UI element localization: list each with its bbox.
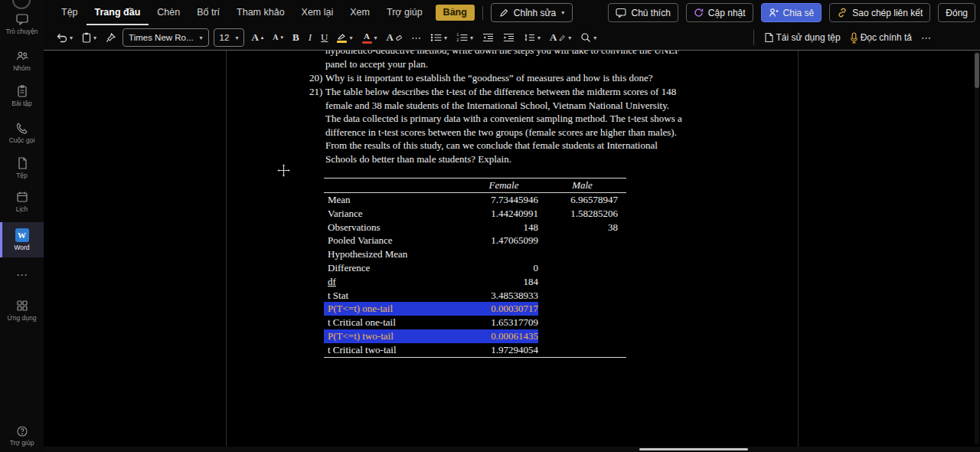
- table-row[interactable]: Hypothesized Mean: [324, 247, 626, 261]
- bold-button[interactable]: B: [289, 28, 302, 47]
- find-button[interactable]: ▾: [577, 28, 599, 47]
- table-cell-male[interactable]: [538, 343, 626, 357]
- more-toolbar-button[interactable]: ⋯: [918, 28, 934, 47]
- grow-font-button[interactable]: A▴: [248, 28, 266, 47]
- tab-table-contextual[interactable]: Bảng: [436, 5, 475, 21]
- sidebar-item-word[interactable]: W Word: [0, 222, 44, 257]
- question-21-line[interactable]: The data collected is primary data with …: [325, 113, 682, 125]
- highlight-color-button[interactable]: ▾: [334, 28, 355, 47]
- table-cell-male[interactable]: 38: [538, 221, 626, 234]
- table-cell-female[interactable]: [469, 247, 538, 261]
- table-row-selected[interactable]: P(T<=t) one-tail 0.00030717: [324, 302, 626, 316]
- table-row[interactable]: Variance 1.44240991 1.58285206: [324, 207, 626, 221]
- table-cell-label[interactable]: t Stat: [324, 289, 469, 303]
- more-formatting-button[interactable]: ⋯: [408, 28, 424, 47]
- table-move-handle[interactable]: [277, 164, 290, 177]
- copy-link-button[interactable]: Sao chép liên kết: [829, 3, 930, 22]
- question-21-line[interactable]: female and 38 male students of the Inter…: [325, 100, 669, 112]
- table-row[interactable]: Mean 7.73445946 6.96578947: [324, 193, 626, 207]
- table-cell-female[interactable]: 7.73445946: [469, 193, 538, 207]
- tab-home[interactable]: Trang đầu: [87, 0, 149, 25]
- document-canvas[interactable]: hypothetico-deductive method, write down…: [44, 51, 980, 447]
- clear-formatting-button[interactable]: A: [384, 28, 405, 47]
- sidebar-item-assignments[interactable]: Bài tập: [0, 78, 44, 113]
- table-row[interactable]: Pooled Variance 1.47065099: [324, 234, 626, 247]
- tab-file[interactable]: Tệp: [53, 0, 87, 25]
- table-cell-label[interactable]: t Critical one-tail: [324, 316, 469, 329]
- table-row-selected[interactable]: P(T<=t) two-tail 0.00061435: [324, 329, 626, 343]
- table-cell-male[interactable]: [538, 289, 626, 303]
- update-button[interactable]: Cập nhật: [686, 3, 753, 22]
- comments-button[interactable]: Chú thích: [608, 3, 678, 22]
- table-cell-female[interactable]: 3.48538933: [469, 289, 538, 303]
- table-cell-male[interactable]: 6.96578947: [538, 193, 626, 207]
- font-color-button[interactable]: A ▾: [359, 28, 381, 47]
- sidebar-item-help[interactable]: Trợ giúp: [0, 418, 44, 452]
- reuse-files-button[interactable]: Tái sử dụng tệp: [761, 28, 844, 47]
- table-row[interactable]: t Stat 3.48538933: [324, 289, 626, 303]
- table-row[interactable]: t Critical one-tail 1.65317709: [324, 316, 626, 329]
- close-button[interactable]: Đóng: [938, 3, 975, 22]
- sidebar-item-files[interactable]: Tệp: [0, 150, 44, 185]
- dictate-button[interactable]: Đọc chính tả: [847, 28, 915, 47]
- table-cell-label[interactable]: Observations: [324, 221, 469, 234]
- tab-insert[interactable]: Chèn: [149, 0, 188, 25]
- paragraph-line[interactable]: panel to accept your plan.: [325, 58, 428, 70]
- shrink-font-button[interactable]: A▾: [270, 28, 286, 47]
- table-row[interactable]: t Critical two-tail 1.97294054: [324, 343, 626, 357]
- table-cell-male[interactable]: [538, 261, 626, 275]
- table-cell-label[interactable]: Hypothesized Mean: [324, 247, 469, 261]
- sidebar-item-calendar[interactable]: Lịch: [0, 184, 44, 219]
- table-cell-label[interactable]: df: [324, 275, 469, 289]
- sidebar-item-teams[interactable]: Nhóm: [0, 43, 44, 78]
- sidebar-item-more[interactable]: ⋯: [0, 264, 44, 287]
- table-cell-male[interactable]: [538, 275, 626, 289]
- vertical-scrollbar[interactable]: [975, 52, 979, 444]
- table-cell-female[interactable]: 1.47065099: [469, 234, 538, 247]
- table-cell-female[interactable]: 0: [469, 261, 538, 275]
- horizontal-scrollbar-thumb[interactable]: [639, 448, 748, 450]
- table-cell-male[interactable]: [538, 302, 626, 316]
- tab-references[interactable]: Tham khảo: [228, 0, 293, 25]
- tab-layout[interactable]: Bố trí: [188, 0, 228, 25]
- table-cell-female[interactable]: 148: [469, 221, 538, 234]
- table-cell-label[interactable]: Difference: [324, 261, 469, 275]
- font-name-combo[interactable]: Times New Ro... ▾: [122, 28, 209, 47]
- list-number-21[interactable]: 21): [309, 86, 322, 98]
- table-cell-female[interactable]: 0.00061435: [469, 329, 538, 343]
- table-row[interactable]: df 184: [324, 275, 626, 289]
- question-21-line[interactable]: Schools do better than male students? Ex…: [325, 153, 511, 165]
- table-header-female[interactable]: Female: [469, 179, 538, 192]
- list-number-20[interactable]: 20): [309, 72, 322, 84]
- ttest-table[interactable]: Female Male Mean 7.73445946 6.96578947 V…: [324, 178, 626, 358]
- sidebar-item-chat[interactable]: Trò chuyện: [0, 6, 44, 41]
- bullet-list-button[interactable]: ▾: [427, 28, 450, 47]
- table-row[interactable]: Observations 148 38: [324, 221, 626, 234]
- question-21-line[interactable]: difference in t-test scores between the …: [325, 126, 677, 139]
- table-cell-male[interactable]: 1.58285206: [538, 207, 626, 221]
- line-spacing-button[interactable]: ▾: [521, 28, 544, 47]
- tab-view[interactable]: Xem: [341, 0, 378, 25]
- table-cell-male[interactable]: [538, 329, 626, 343]
- question-20-text[interactable]: Why is it important to establish the “go…: [325, 72, 652, 84]
- numbered-list-button[interactable]: 12 ▾: [453, 28, 476, 47]
- table-cell-label[interactable]: Pooled Variance: [324, 234, 469, 247]
- table-row[interactable]: Difference 0: [324, 261, 626, 275]
- table-cell-label[interactable]: t Critical two-tail: [324, 343, 469, 357]
- table-cell-female[interactable]: 1.44240991: [469, 207, 538, 221]
- increase-indent-button[interactable]: [500, 28, 518, 47]
- undo-button[interactable]: ▾: [53, 28, 76, 47]
- table-cell-female[interactable]: 184: [469, 275, 538, 289]
- table-cell-label[interactable]: Mean: [324, 193, 469, 207]
- sidebar-item-apps[interactable]: Ứng dụng: [0, 293, 44, 328]
- format-painter-button[interactable]: [103, 28, 119, 47]
- horizontal-scrollbar[interactable]: [44, 447, 980, 452]
- table-cell-label[interactable]: Variance: [324, 207, 469, 221]
- table-cell-female[interactable]: 1.65317709: [469, 316, 538, 329]
- table-cell-label[interactable]: P(T<=t) two-tail: [324, 329, 469, 343]
- table-cell-male[interactable]: [538, 316, 626, 329]
- sidebar-item-calls[interactable]: Cuộc gọi: [0, 115, 44, 150]
- question-21-line[interactable]: The table below describes the t-test of …: [325, 86, 676, 98]
- underline-button[interactable]: U: [318, 28, 331, 47]
- styles-button[interactable]: A ▾: [547, 28, 574, 47]
